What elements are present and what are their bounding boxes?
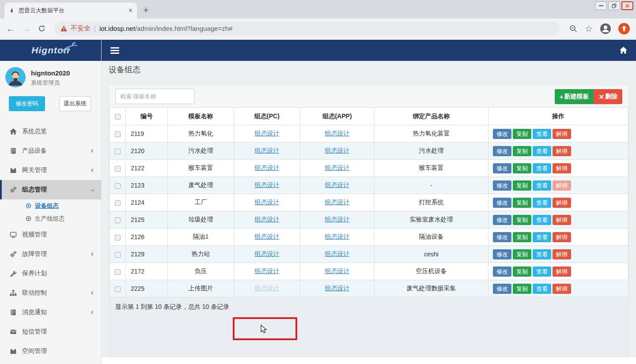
copy-button[interactable]: 复制 bbox=[513, 232, 531, 242]
modify-button[interactable]: 修改 bbox=[493, 129, 511, 139]
view-button[interactable]: 查看 bbox=[533, 129, 551, 139]
copy-button[interactable]: 复制 bbox=[513, 180, 531, 191]
new-template-button[interactable]: +新建模板 bbox=[555, 89, 594, 104]
modify-button[interactable]: 修改 bbox=[493, 180, 511, 191]
sidebar-item-configuration-management[interactable]: 组态管理 bbox=[0, 180, 101, 199]
copy-button[interactable]: 复制 bbox=[513, 284, 531, 294]
home-icon[interactable] bbox=[620, 47, 627, 54]
view-button[interactable]: 查看 bbox=[533, 249, 551, 259]
extension-icon[interactable] bbox=[618, 23, 630, 34]
app-config-link[interactable]: 组态设计 bbox=[325, 233, 350, 240]
change-password-button[interactable]: 修改密码 bbox=[9, 96, 45, 111]
pc-config-link[interactable]: 组态设计 bbox=[255, 147, 280, 154]
pc-config-link[interactable]: 组态设计 bbox=[255, 181, 280, 188]
app-config-link[interactable]: 组态设计 bbox=[325, 285, 350, 292]
app-config-link[interactable]: 组态设计 bbox=[325, 147, 350, 154]
app-config-link[interactable]: 组态设计 bbox=[325, 199, 350, 206]
unbind-button[interactable]: 解绑 bbox=[553, 129, 571, 139]
sidebar-item-system-overview[interactable]: 系统总览 bbox=[0, 122, 101, 141]
row-checkbox[interactable] bbox=[115, 131, 121, 137]
modify-button[interactable]: 修改 bbox=[493, 232, 511, 242]
menu-toggle-icon[interactable] bbox=[110, 47, 119, 54]
app-config-link[interactable]: 组态设计 bbox=[325, 130, 350, 137]
forward-icon[interactable]: → bbox=[22, 24, 31, 33]
sidebar-item-sms-management[interactable]: 短信管理 bbox=[0, 322, 101, 341]
row-checkbox[interactable] bbox=[115, 269, 121, 275]
sidebar-item-space-management[interactable]: 空间管理 bbox=[0, 341, 101, 361]
close-button[interactable]: ✕ bbox=[621, 1, 633, 10]
unbind-button[interactable]: 解绑 bbox=[553, 163, 571, 173]
view-button[interactable]: 查看 bbox=[533, 180, 551, 191]
view-button[interactable]: 查看 bbox=[533, 266, 551, 277]
pc-config-link[interactable]: 组态设计 bbox=[255, 199, 280, 206]
row-checkbox[interactable] bbox=[115, 252, 121, 258]
restore-button[interactable] bbox=[608, 1, 620, 10]
view-button[interactable]: 查看 bbox=[533, 198, 551, 208]
copy-button[interactable]: 复制 bbox=[513, 129, 531, 139]
unbind-button[interactable]: 解绑 bbox=[553, 146, 571, 156]
sidebar-item-maintenance-plan[interactable]: 保养计划 bbox=[0, 264, 101, 283]
modify-button[interactable]: 修改 bbox=[493, 163, 511, 173]
copy-button[interactable]: 复制 bbox=[513, 215, 531, 225]
minimize-button[interactable] bbox=[595, 1, 607, 10]
app-config-link[interactable]: 组态设计 bbox=[325, 181, 350, 188]
app-config-link[interactable]: 组态设计 bbox=[325, 250, 350, 257]
unbind-button[interactable]: 解绑 bbox=[553, 249, 571, 259]
bookmark-star-icon[interactable]: ☆ bbox=[585, 23, 593, 34]
copy-button[interactable]: 复制 bbox=[513, 163, 531, 173]
row-checkbox[interactable] bbox=[115, 286, 121, 292]
unbind-button[interactable]: 解绑 bbox=[553, 284, 571, 294]
row-checkbox[interactable] bbox=[115, 183, 121, 189]
unbind-button[interactable]: 解绑 bbox=[553, 232, 571, 242]
row-checkbox[interactable] bbox=[115, 235, 121, 240]
reload-icon[interactable] bbox=[38, 25, 45, 32]
copy-button[interactable]: 复制 bbox=[513, 198, 531, 208]
app-config-link[interactable]: 组态设计 bbox=[325, 216, 350, 223]
search-input[interactable] bbox=[115, 89, 195, 104]
app-config-link[interactable]: 组态设计 bbox=[325, 164, 350, 171]
tab-close-icon[interactable]: × bbox=[129, 7, 132, 15]
sidebar-item-video-management[interactable]: 视频管理 bbox=[0, 225, 101, 244]
unbind-button[interactable]: 解绑 bbox=[553, 266, 571, 277]
modify-button[interactable]: 修改 bbox=[493, 146, 511, 156]
sidebar-item-fault-management[interactable]: 故障管理 bbox=[0, 244, 101, 264]
row-checkbox[interactable] bbox=[115, 149, 121, 154]
zoom-out-icon[interactable] bbox=[569, 24, 578, 33]
row-checkbox[interactable] bbox=[115, 218, 121, 223]
modify-button[interactable]: 修改 bbox=[493, 215, 511, 225]
pc-config-link[interactable]: 组态设计 bbox=[255, 233, 280, 240]
unbind-button[interactable]: 解绑 bbox=[553, 180, 571, 191]
browser-tab[interactable]: 思普云大数据平台 × bbox=[4, 3, 137, 19]
back-icon[interactable]: ← bbox=[6, 24, 15, 33]
view-button[interactable]: 查看 bbox=[533, 232, 551, 242]
logout-button[interactable]: 退出系统 bbox=[59, 96, 91, 111]
pc-config-link[interactable]: 组态设计 bbox=[255, 130, 280, 137]
copy-button[interactable]: 复制 bbox=[513, 266, 531, 277]
pc-config-link[interactable]: 组态设计 bbox=[255, 164, 280, 171]
view-button[interactable]: 查看 bbox=[533, 163, 551, 173]
delete-button[interactable]: ✕删除 bbox=[594, 89, 622, 104]
sidebar-subitem-production-line-configuration[interactable]: 生产线组态 bbox=[0, 212, 101, 225]
pc-config-link[interactable]: 组态设计 bbox=[255, 250, 280, 257]
app-config-link[interactable]: 组态设计 bbox=[325, 267, 350, 274]
view-button[interactable]: 查看 bbox=[533, 146, 551, 156]
view-button[interactable]: 查看 bbox=[533, 284, 551, 294]
unbind-button[interactable]: 解绑 bbox=[553, 198, 571, 208]
row-checkbox[interactable] bbox=[115, 200, 121, 206]
profile-icon[interactable] bbox=[600, 23, 611, 34]
sidebar-item-message-notification[interactable]: 消息通知 bbox=[0, 303, 101, 322]
select-all-checkbox[interactable] bbox=[115, 114, 121, 120]
copy-button[interactable]: 复制 bbox=[513, 146, 531, 156]
modify-button[interactable]: 修改 bbox=[493, 198, 511, 208]
new-tab-button[interactable]: + bbox=[143, 4, 149, 16]
row-checkbox[interactable] bbox=[115, 166, 121, 172]
view-button[interactable]: 查看 bbox=[533, 215, 551, 225]
pc-config-link[interactable]: 组态设计 bbox=[255, 285, 280, 292]
url-bar[interactable]: 不安全 | iot.idosp.net/admin/index.html?lan… bbox=[54, 22, 560, 36]
security-warning[interactable]: 不安全 bbox=[71, 24, 91, 33]
sidebar-item-linkage-control[interactable]: 联动控制 bbox=[0, 283, 101, 303]
pc-config-link[interactable]: 组态设计 bbox=[255, 267, 280, 274]
sidebar-subitem-device-configuration[interactable]: 设备组态 bbox=[0, 199, 101, 212]
modify-button[interactable]: 修改 bbox=[493, 249, 511, 259]
unbind-button[interactable]: 解绑 bbox=[553, 215, 571, 225]
